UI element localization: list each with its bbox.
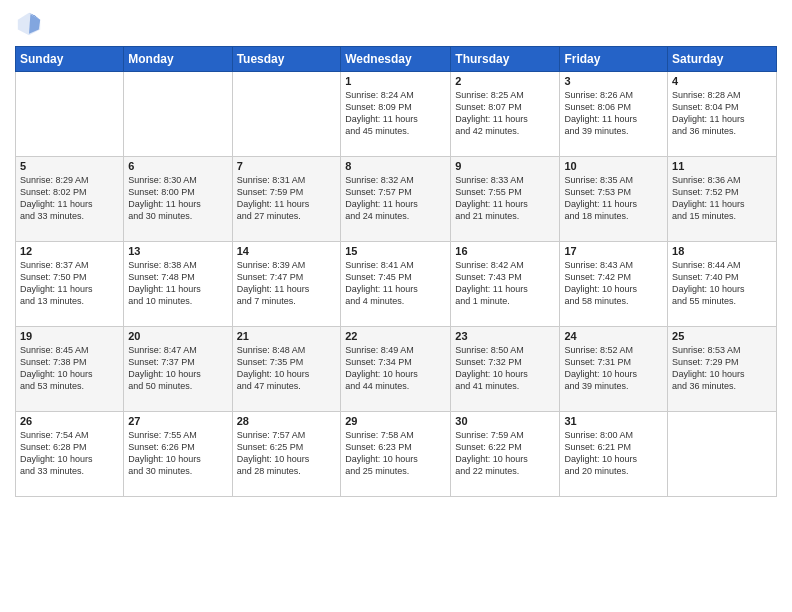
calendar-cell: 20Sunrise: 8:47 AM Sunset: 7:37 PM Dayli… xyxy=(124,327,232,412)
day-number: 24 xyxy=(564,330,663,342)
logo-icon xyxy=(15,10,43,38)
day-number: 19 xyxy=(20,330,119,342)
calendar-week-2: 5Sunrise: 8:29 AM Sunset: 8:02 PM Daylig… xyxy=(16,157,777,242)
calendar-cell: 26Sunrise: 7:54 AM Sunset: 6:28 PM Dayli… xyxy=(16,412,124,497)
day-info: Sunrise: 8:38 AM Sunset: 7:48 PM Dayligh… xyxy=(128,259,227,308)
day-info: Sunrise: 8:43 AM Sunset: 7:42 PM Dayligh… xyxy=(564,259,663,308)
calendar-cell: 17Sunrise: 8:43 AM Sunset: 7:42 PM Dayli… xyxy=(560,242,668,327)
day-number: 30 xyxy=(455,415,555,427)
day-number: 5 xyxy=(20,160,119,172)
day-header-sunday: Sunday xyxy=(16,47,124,72)
logo xyxy=(15,10,47,38)
calendar-cell: 25Sunrise: 8:53 AM Sunset: 7:29 PM Dayli… xyxy=(668,327,777,412)
calendar-cell: 14Sunrise: 8:39 AM Sunset: 7:47 PM Dayli… xyxy=(232,242,341,327)
day-number: 26 xyxy=(20,415,119,427)
calendar-cell: 5Sunrise: 8:29 AM Sunset: 8:02 PM Daylig… xyxy=(16,157,124,242)
day-info: Sunrise: 8:24 AM Sunset: 8:09 PM Dayligh… xyxy=(345,89,446,138)
day-number: 9 xyxy=(455,160,555,172)
day-info: Sunrise: 8:37 AM Sunset: 7:50 PM Dayligh… xyxy=(20,259,119,308)
day-info: Sunrise: 8:45 AM Sunset: 7:38 PM Dayligh… xyxy=(20,344,119,393)
calendar-cell: 16Sunrise: 8:42 AM Sunset: 7:43 PM Dayli… xyxy=(451,242,560,327)
day-number: 23 xyxy=(455,330,555,342)
day-number: 22 xyxy=(345,330,446,342)
day-number: 2 xyxy=(455,75,555,87)
day-header-thursday: Thursday xyxy=(451,47,560,72)
calendar-cell: 27Sunrise: 7:55 AM Sunset: 6:26 PM Dayli… xyxy=(124,412,232,497)
day-number: 14 xyxy=(237,245,337,257)
calendar-cell: 7Sunrise: 8:31 AM Sunset: 7:59 PM Daylig… xyxy=(232,157,341,242)
calendar-cell: 30Sunrise: 7:59 AM Sunset: 6:22 PM Dayli… xyxy=(451,412,560,497)
day-info: Sunrise: 7:55 AM Sunset: 6:26 PM Dayligh… xyxy=(128,429,227,478)
calendar-cell: 31Sunrise: 8:00 AM Sunset: 6:21 PM Dayli… xyxy=(560,412,668,497)
day-header-tuesday: Tuesday xyxy=(232,47,341,72)
day-info: Sunrise: 8:41 AM Sunset: 7:45 PM Dayligh… xyxy=(345,259,446,308)
day-info: Sunrise: 7:58 AM Sunset: 6:23 PM Dayligh… xyxy=(345,429,446,478)
calendar-cell: 2Sunrise: 8:25 AM Sunset: 8:07 PM Daylig… xyxy=(451,72,560,157)
calendar: SundayMondayTuesdayWednesdayThursdayFrid… xyxy=(15,46,777,497)
calendar-week-4: 19Sunrise: 8:45 AM Sunset: 7:38 PM Dayli… xyxy=(16,327,777,412)
day-info: Sunrise: 7:57 AM Sunset: 6:25 PM Dayligh… xyxy=(237,429,337,478)
calendar-cell xyxy=(668,412,777,497)
day-number: 13 xyxy=(128,245,227,257)
calendar-header-row: SundayMondayTuesdayWednesdayThursdayFrid… xyxy=(16,47,777,72)
day-number: 31 xyxy=(564,415,663,427)
calendar-cell: 1Sunrise: 8:24 AM Sunset: 8:09 PM Daylig… xyxy=(341,72,451,157)
day-info: Sunrise: 8:32 AM Sunset: 7:57 PM Dayligh… xyxy=(345,174,446,223)
day-header-wednesday: Wednesday xyxy=(341,47,451,72)
calendar-cell: 21Sunrise: 8:48 AM Sunset: 7:35 PM Dayli… xyxy=(232,327,341,412)
day-number: 8 xyxy=(345,160,446,172)
day-number: 15 xyxy=(345,245,446,257)
svg-marker-1 xyxy=(29,14,40,34)
calendar-week-3: 12Sunrise: 8:37 AM Sunset: 7:50 PM Dayli… xyxy=(16,242,777,327)
calendar-cell xyxy=(16,72,124,157)
day-number: 7 xyxy=(237,160,337,172)
calendar-cell: 12Sunrise: 8:37 AM Sunset: 7:50 PM Dayli… xyxy=(16,242,124,327)
calendar-cell: 28Sunrise: 7:57 AM Sunset: 6:25 PM Dayli… xyxy=(232,412,341,497)
day-number: 16 xyxy=(455,245,555,257)
calendar-cell: 11Sunrise: 8:36 AM Sunset: 7:52 PM Dayli… xyxy=(668,157,777,242)
day-number: 1 xyxy=(345,75,446,87)
calendar-cell: 19Sunrise: 8:45 AM Sunset: 7:38 PM Dayli… xyxy=(16,327,124,412)
page: SundayMondayTuesdayWednesdayThursdayFrid… xyxy=(0,0,792,612)
day-info: Sunrise: 8:48 AM Sunset: 7:35 PM Dayligh… xyxy=(237,344,337,393)
day-info: Sunrise: 8:42 AM Sunset: 7:43 PM Dayligh… xyxy=(455,259,555,308)
day-info: Sunrise: 8:33 AM Sunset: 7:55 PM Dayligh… xyxy=(455,174,555,223)
day-info: Sunrise: 7:59 AM Sunset: 6:22 PM Dayligh… xyxy=(455,429,555,478)
calendar-cell: 9Sunrise: 8:33 AM Sunset: 7:55 PM Daylig… xyxy=(451,157,560,242)
calendar-cell xyxy=(232,72,341,157)
calendar-cell: 10Sunrise: 8:35 AM Sunset: 7:53 PM Dayli… xyxy=(560,157,668,242)
calendar-cell: 23Sunrise: 8:50 AM Sunset: 7:32 PM Dayli… xyxy=(451,327,560,412)
day-header-friday: Friday xyxy=(560,47,668,72)
day-info: Sunrise: 8:29 AM Sunset: 8:02 PM Dayligh… xyxy=(20,174,119,223)
calendar-cell: 15Sunrise: 8:41 AM Sunset: 7:45 PM Dayli… xyxy=(341,242,451,327)
day-number: 4 xyxy=(672,75,772,87)
day-info: Sunrise: 8:52 AM Sunset: 7:31 PM Dayligh… xyxy=(564,344,663,393)
calendar-cell: 29Sunrise: 7:58 AM Sunset: 6:23 PM Dayli… xyxy=(341,412,451,497)
day-number: 21 xyxy=(237,330,337,342)
calendar-week-5: 26Sunrise: 7:54 AM Sunset: 6:28 PM Dayli… xyxy=(16,412,777,497)
day-info: Sunrise: 8:44 AM Sunset: 7:40 PM Dayligh… xyxy=(672,259,772,308)
day-info: Sunrise: 8:47 AM Sunset: 7:37 PM Dayligh… xyxy=(128,344,227,393)
day-header-saturday: Saturday xyxy=(668,47,777,72)
day-number: 27 xyxy=(128,415,227,427)
day-number: 17 xyxy=(564,245,663,257)
day-number: 20 xyxy=(128,330,227,342)
day-info: Sunrise: 8:26 AM Sunset: 8:06 PM Dayligh… xyxy=(564,89,663,138)
day-info: Sunrise: 8:36 AM Sunset: 7:52 PM Dayligh… xyxy=(672,174,772,223)
day-info: Sunrise: 8:31 AM Sunset: 7:59 PM Dayligh… xyxy=(237,174,337,223)
calendar-cell: 8Sunrise: 8:32 AM Sunset: 7:57 PM Daylig… xyxy=(341,157,451,242)
day-info: Sunrise: 8:30 AM Sunset: 8:00 PM Dayligh… xyxy=(128,174,227,223)
header xyxy=(15,10,777,38)
day-number: 3 xyxy=(564,75,663,87)
day-number: 29 xyxy=(345,415,446,427)
day-info: Sunrise: 8:39 AM Sunset: 7:47 PM Dayligh… xyxy=(237,259,337,308)
day-info: Sunrise: 7:54 AM Sunset: 6:28 PM Dayligh… xyxy=(20,429,119,478)
day-info: Sunrise: 8:00 AM Sunset: 6:21 PM Dayligh… xyxy=(564,429,663,478)
calendar-cell: 3Sunrise: 8:26 AM Sunset: 8:06 PM Daylig… xyxy=(560,72,668,157)
day-number: 25 xyxy=(672,330,772,342)
day-number: 18 xyxy=(672,245,772,257)
day-info: Sunrise: 8:49 AM Sunset: 7:34 PM Dayligh… xyxy=(345,344,446,393)
calendar-cell xyxy=(124,72,232,157)
day-number: 6 xyxy=(128,160,227,172)
calendar-week-1: 1Sunrise: 8:24 AM Sunset: 8:09 PM Daylig… xyxy=(16,72,777,157)
